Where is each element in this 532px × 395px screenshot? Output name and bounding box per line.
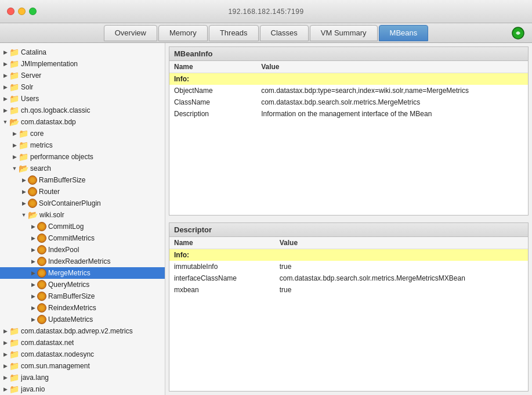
tree-arrow (20, 211, 28, 219)
tree-item-label: Router (39, 188, 60, 196)
mbeaninfo-highlight-row: Info: (169, 73, 528, 85)
tab-threads[interactable]: Threads (209, 25, 259, 41)
tree-item-label: Server (21, 71, 41, 80)
row-name: ObjectName (169, 85, 256, 96)
row-name: Description (169, 108, 256, 120)
folder-icon: 📂 (28, 210, 38, 220)
tree-arrow (1, 385, 9, 393)
tree-item-search[interactable]: 📂search (0, 163, 165, 174)
tree-item-label: SolrContainerPlugin (39, 199, 101, 207)
tree-item-label: UpdateMetrics (48, 315, 93, 324)
tree-item-com-datastax-bdp-advrep[interactable]: 📁com.datastax.bdp.advrep.v2.metrics (0, 325, 165, 337)
tree-item-com-sun-management[interactable]: 📁com.sun.management (0, 360, 165, 372)
tree-item-label: search (30, 164, 51, 173)
tree-item-ch-qos[interactable]: 📁ch.qos.logback.classic (0, 105, 165, 116)
tree-item-java-lang[interactable]: 📁java.lang (0, 372, 165, 383)
folder-icon: 📁 (9, 350, 19, 359)
tree-item-label: CommitMetrics (48, 234, 95, 242)
mbeaninfo-col-name: Name (169, 61, 256, 73)
tree-item-jimplementation[interactable]: 📁JMImplementation (0, 58, 165, 70)
tree-item-label: CommitLog (48, 222, 84, 231)
mbean-icon (37, 280, 46, 289)
right-panel: MBeanInfo Name Value Info:ObjectNamecom.… (165, 43, 532, 395)
tree-item-indexpool[interactable]: IndexPool (0, 244, 165, 256)
tree-item-label: IndexPool (48, 246, 79, 254)
tree-item-label: ch.qos.logback.classic (21, 106, 90, 114)
tab-mbeans[interactable]: MBeans (379, 25, 429, 41)
tree-item-wiki-solr[interactable]: 📂wiki.solr (0, 209, 165, 221)
minimize-button[interactable] (18, 8, 26, 15)
folder-icon: 📂 (9, 117, 19, 127)
descriptor-table: Name Value Info:immutableInfotrueinterfa… (169, 237, 528, 296)
folder-icon: 📁 (9, 59, 19, 69)
tree-arrow (1, 95, 9, 103)
tree-item-solrcontainerplugin[interactable]: SolrContainerPlugin (0, 198, 165, 209)
table-row: DescriptionInformation on the management… (169, 108, 528, 120)
descriptor-col-name: Name (169, 237, 275, 249)
tree-item-label: RamBufferSize (48, 292, 95, 300)
tree-item-commitlog[interactable]: CommitLog (0, 221, 165, 232)
mbeaninfo-highlight-label: Info: (169, 73, 528, 85)
tree-item-reindexmetrics[interactable]: ReindexMetrics (0, 302, 165, 314)
tree-item-solr[interactable]: 📁Solr (0, 81, 165, 93)
descriptor-highlight-row: Info: (169, 249, 528, 261)
tree-item-catalina[interactable]: 📁Catalina (0, 46, 165, 58)
close-button[interactable] (7, 8, 15, 15)
mbean-icon (28, 187, 37, 196)
tab-vm-summary[interactable]: VM Summary (310, 25, 378, 41)
tree-arrow (1, 83, 9, 91)
mbean-icon (37, 245, 46, 254)
tree-item-indexreadermetrics[interactable]: IndexReaderMetrics (0, 256, 165, 267)
tab-overview[interactable]: Overview (104, 25, 157, 41)
tab-classes[interactable]: Classes (260, 25, 309, 41)
tree-item-label: Users (21, 95, 39, 103)
maximize-button[interactable] (29, 8, 37, 15)
tree-item-core[interactable]: 📁core (0, 128, 165, 139)
tree-arrow (29, 222, 37, 231)
tree-arrow (1, 48, 9, 56)
connect-icon[interactable] (511, 26, 525, 40)
tree-item-querymetrics[interactable]: QueryMetrics (0, 279, 165, 290)
folder-icon: 📁 (9, 338, 19, 347)
tree-item-rambuffersize2[interactable]: RamBufferSize (0, 290, 165, 302)
tree-item-server[interactable]: 📁Server (0, 70, 165, 81)
tree-item-label: core (30, 130, 44, 138)
tree-arrow (29, 281, 37, 289)
tree-item-label: com.sun.management (21, 362, 90, 370)
table-row: ObjectNamecom.datastax.bdp:type=search,i… (169, 85, 528, 96)
mbean-icon (28, 175, 37, 185)
tree-item-label: IndexReaderMetrics (48, 257, 110, 265)
tree-item-com-datastax-nodesync[interactable]: 📁com.datastax.nodesync (0, 349, 165, 360)
tree-item-java-nio[interactable]: 📁java.nio (0, 383, 165, 395)
mbeaninfo-table: Name Value Info:ObjectNamecom.datastax.b… (169, 61, 528, 120)
folder-icon: 📁 (9, 82, 19, 92)
tree-item-users[interactable]: 📁Users (0, 93, 165, 105)
tree-item-label: java.lang (21, 374, 49, 382)
tree-arrow (1, 350, 9, 358)
tree-arrow (29, 315, 37, 324)
tree-item-com-datastax-bdp[interactable]: 📂com.datastax.bdp (0, 116, 165, 128)
descriptor-col-value: Value (275, 237, 528, 249)
row-name: interfaceClassName (169, 272, 275, 284)
tab-memory[interactable]: Memory (158, 25, 208, 41)
tree-panel[interactable]: 📁Catalina📁JMImplementation📁Server📁Solr📁U… (0, 43, 165, 395)
tree-item-perf-objects[interactable]: 📁performance objects (0, 151, 165, 163)
tree-arrow (1, 339, 9, 347)
tree-item-rambuffersize[interactable]: RamBufferSize (0, 174, 165, 186)
tree-item-metrics[interactable]: 📁metrics (0, 139, 165, 151)
tree-item-com-datastax-net[interactable]: 📁com.datastax.net (0, 337, 165, 349)
tree-item-label: ReindexMetrics (48, 304, 96, 312)
row-value: Information on the management interface … (256, 108, 528, 120)
tree-item-router[interactable]: Router (0, 186, 165, 198)
folder-icon: 📁 (9, 361, 19, 371)
tree-arrow (20, 176, 28, 184)
tree-item-mergemetrics[interactable]: MergeMetrics (0, 267, 165, 279)
tree-arrow (20, 199, 28, 207)
window-title: 192.168.182.145:7199 (228, 8, 303, 16)
tree-arrow (1, 327, 9, 335)
tree-item-label: java.nio (21, 385, 45, 393)
tree-item-commitmetrics[interactable]: CommitMetrics (0, 232, 165, 244)
mbeaninfo-col-value: Value (256, 61, 528, 73)
tree-item-updatemetrics[interactable]: UpdateMetrics (0, 314, 165, 325)
mbean-icon (28, 199, 37, 208)
